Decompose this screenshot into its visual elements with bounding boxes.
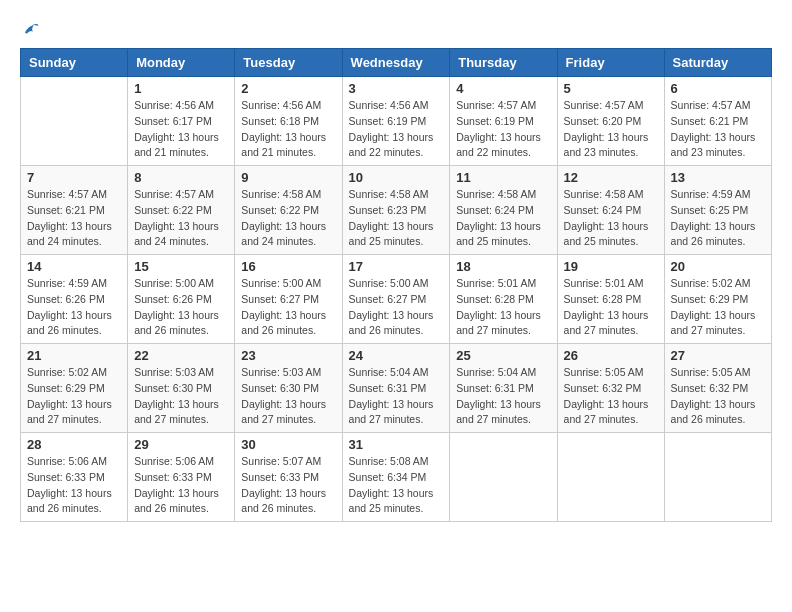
logo (20, 20, 40, 38)
calendar-week-row: 7Sunrise: 4:57 AMSunset: 6:21 PMDaylight… (21, 166, 772, 255)
calendar-cell: 16Sunrise: 5:00 AMSunset: 6:27 PMDayligh… (235, 255, 342, 344)
calendar-header-thursday: Thursday (450, 49, 557, 77)
day-info: Sunrise: 5:06 AMSunset: 6:33 PMDaylight:… (134, 454, 228, 517)
day-info: Sunrise: 5:00 AMSunset: 6:27 PMDaylight:… (349, 276, 444, 339)
day-info: Sunrise: 4:56 AMSunset: 6:17 PMDaylight:… (134, 98, 228, 161)
day-number: 13 (671, 170, 765, 185)
day-info: Sunrise: 5:03 AMSunset: 6:30 PMDaylight:… (241, 365, 335, 428)
day-number: 2 (241, 81, 335, 96)
calendar-week-row: 28Sunrise: 5:06 AMSunset: 6:33 PMDayligh… (21, 433, 772, 522)
calendar-header-sunday: Sunday (21, 49, 128, 77)
day-info: Sunrise: 5:00 AMSunset: 6:27 PMDaylight:… (241, 276, 335, 339)
day-number: 20 (671, 259, 765, 274)
calendar-week-row: 21Sunrise: 5:02 AMSunset: 6:29 PMDayligh… (21, 344, 772, 433)
calendar-header-saturday: Saturday (664, 49, 771, 77)
day-info: Sunrise: 5:05 AMSunset: 6:32 PMDaylight:… (564, 365, 658, 428)
calendar-cell: 2Sunrise: 4:56 AMSunset: 6:18 PMDaylight… (235, 77, 342, 166)
day-info: Sunrise: 5:01 AMSunset: 6:28 PMDaylight:… (564, 276, 658, 339)
calendar-cell: 4Sunrise: 4:57 AMSunset: 6:19 PMDaylight… (450, 77, 557, 166)
calendar-cell (664, 433, 771, 522)
calendar-cell: 28Sunrise: 5:06 AMSunset: 6:33 PMDayligh… (21, 433, 128, 522)
day-info: Sunrise: 4:58 AMSunset: 6:23 PMDaylight:… (349, 187, 444, 250)
day-number: 9 (241, 170, 335, 185)
calendar-cell: 26Sunrise: 5:05 AMSunset: 6:32 PMDayligh… (557, 344, 664, 433)
calendar-cell: 3Sunrise: 4:56 AMSunset: 6:19 PMDaylight… (342, 77, 450, 166)
calendar-cell: 6Sunrise: 4:57 AMSunset: 6:21 PMDaylight… (664, 77, 771, 166)
day-number: 14 (27, 259, 121, 274)
calendar-table: SundayMondayTuesdayWednesdayThursdayFrid… (20, 48, 772, 522)
day-info: Sunrise: 4:58 AMSunset: 6:24 PMDaylight:… (456, 187, 550, 250)
day-number: 26 (564, 348, 658, 363)
calendar-cell: 17Sunrise: 5:00 AMSunset: 6:27 PMDayligh… (342, 255, 450, 344)
day-number: 31 (349, 437, 444, 452)
day-info: Sunrise: 5:06 AMSunset: 6:33 PMDaylight:… (27, 454, 121, 517)
day-number: 29 (134, 437, 228, 452)
calendar-cell: 21Sunrise: 5:02 AMSunset: 6:29 PMDayligh… (21, 344, 128, 433)
calendar-cell: 19Sunrise: 5:01 AMSunset: 6:28 PMDayligh… (557, 255, 664, 344)
day-number: 17 (349, 259, 444, 274)
day-info: Sunrise: 5:04 AMSunset: 6:31 PMDaylight:… (349, 365, 444, 428)
day-info: Sunrise: 5:05 AMSunset: 6:32 PMDaylight:… (671, 365, 765, 428)
day-info: Sunrise: 4:57 AMSunset: 6:21 PMDaylight:… (671, 98, 765, 161)
calendar-cell: 11Sunrise: 4:58 AMSunset: 6:24 PMDayligh… (450, 166, 557, 255)
day-info: Sunrise: 4:57 AMSunset: 6:21 PMDaylight:… (27, 187, 121, 250)
day-number: 4 (456, 81, 550, 96)
day-info: Sunrise: 4:56 AMSunset: 6:18 PMDaylight:… (241, 98, 335, 161)
calendar-cell: 12Sunrise: 4:58 AMSunset: 6:24 PMDayligh… (557, 166, 664, 255)
calendar-cell: 18Sunrise: 5:01 AMSunset: 6:28 PMDayligh… (450, 255, 557, 344)
calendar-header-row: SundayMondayTuesdayWednesdayThursdayFrid… (21, 49, 772, 77)
day-number: 10 (349, 170, 444, 185)
day-number: 11 (456, 170, 550, 185)
day-number: 6 (671, 81, 765, 96)
day-number: 12 (564, 170, 658, 185)
calendar-cell: 1Sunrise: 4:56 AMSunset: 6:17 PMDaylight… (128, 77, 235, 166)
day-number: 18 (456, 259, 550, 274)
calendar-cell: 14Sunrise: 4:59 AMSunset: 6:26 PMDayligh… (21, 255, 128, 344)
calendar-header-friday: Friday (557, 49, 664, 77)
day-number: 3 (349, 81, 444, 96)
day-number: 22 (134, 348, 228, 363)
calendar-cell (21, 77, 128, 166)
day-info: Sunrise: 5:01 AMSunset: 6:28 PMDaylight:… (456, 276, 550, 339)
day-number: 30 (241, 437, 335, 452)
day-info: Sunrise: 4:59 AMSunset: 6:25 PMDaylight:… (671, 187, 765, 250)
calendar-cell: 13Sunrise: 4:59 AMSunset: 6:25 PMDayligh… (664, 166, 771, 255)
day-number: 24 (349, 348, 444, 363)
calendar-header-tuesday: Tuesday (235, 49, 342, 77)
day-number: 21 (27, 348, 121, 363)
calendar-header-monday: Monday (128, 49, 235, 77)
calendar-cell: 5Sunrise: 4:57 AMSunset: 6:20 PMDaylight… (557, 77, 664, 166)
calendar-cell (557, 433, 664, 522)
calendar-cell: 7Sunrise: 4:57 AMSunset: 6:21 PMDaylight… (21, 166, 128, 255)
day-info: Sunrise: 5:02 AMSunset: 6:29 PMDaylight:… (671, 276, 765, 339)
calendar-cell (450, 433, 557, 522)
calendar-cell: 8Sunrise: 4:57 AMSunset: 6:22 PMDaylight… (128, 166, 235, 255)
day-info: Sunrise: 4:57 AMSunset: 6:19 PMDaylight:… (456, 98, 550, 161)
day-info: Sunrise: 4:57 AMSunset: 6:20 PMDaylight:… (564, 98, 658, 161)
day-info: Sunrise: 5:08 AMSunset: 6:34 PMDaylight:… (349, 454, 444, 517)
day-number: 7 (27, 170, 121, 185)
day-info: Sunrise: 5:03 AMSunset: 6:30 PMDaylight:… (134, 365, 228, 428)
day-number: 27 (671, 348, 765, 363)
calendar-cell: 31Sunrise: 5:08 AMSunset: 6:34 PMDayligh… (342, 433, 450, 522)
calendar-cell: 15Sunrise: 5:00 AMSunset: 6:26 PMDayligh… (128, 255, 235, 344)
calendar-cell: 22Sunrise: 5:03 AMSunset: 6:30 PMDayligh… (128, 344, 235, 433)
calendar-cell: 25Sunrise: 5:04 AMSunset: 6:31 PMDayligh… (450, 344, 557, 433)
day-info: Sunrise: 4:56 AMSunset: 6:19 PMDaylight:… (349, 98, 444, 161)
day-info: Sunrise: 5:02 AMSunset: 6:29 PMDaylight:… (27, 365, 121, 428)
day-info: Sunrise: 4:58 AMSunset: 6:22 PMDaylight:… (241, 187, 335, 250)
calendar-cell: 30Sunrise: 5:07 AMSunset: 6:33 PMDayligh… (235, 433, 342, 522)
calendar-cell: 24Sunrise: 5:04 AMSunset: 6:31 PMDayligh… (342, 344, 450, 433)
day-info: Sunrise: 5:07 AMSunset: 6:33 PMDaylight:… (241, 454, 335, 517)
calendar-header-wednesday: Wednesday (342, 49, 450, 77)
day-info: Sunrise: 4:59 AMSunset: 6:26 PMDaylight:… (27, 276, 121, 339)
calendar-cell: 23Sunrise: 5:03 AMSunset: 6:30 PMDayligh… (235, 344, 342, 433)
day-info: Sunrise: 4:57 AMSunset: 6:22 PMDaylight:… (134, 187, 228, 250)
day-number: 1 (134, 81, 228, 96)
calendar-cell: 10Sunrise: 4:58 AMSunset: 6:23 PMDayligh… (342, 166, 450, 255)
day-number: 25 (456, 348, 550, 363)
page-header (20, 20, 772, 38)
calendar-cell: 29Sunrise: 5:06 AMSunset: 6:33 PMDayligh… (128, 433, 235, 522)
day-number: 28 (27, 437, 121, 452)
day-info: Sunrise: 5:04 AMSunset: 6:31 PMDaylight:… (456, 365, 550, 428)
